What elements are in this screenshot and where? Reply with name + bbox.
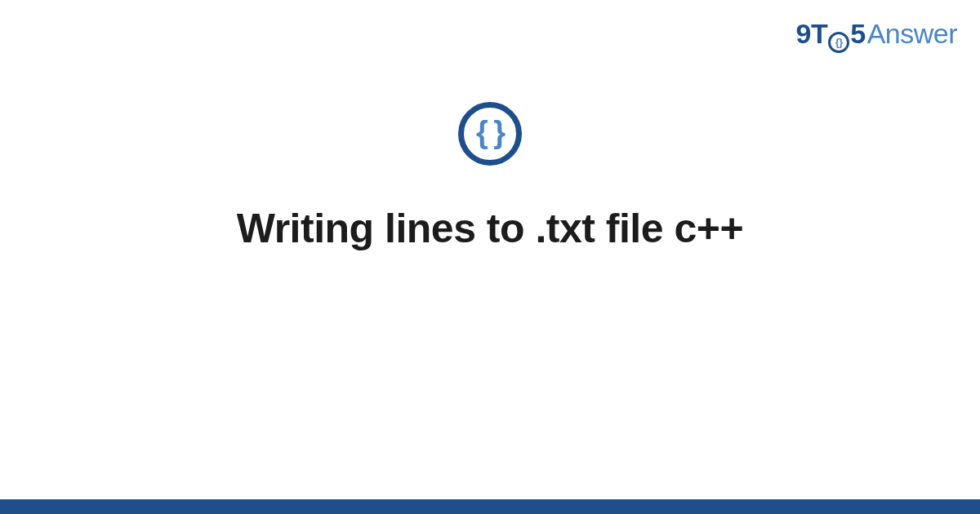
footer-bar <box>0 499 980 514</box>
brand-text-answer: Answer <box>867 18 957 50</box>
brand-text-5: 5 <box>850 18 865 50</box>
braces-symbol: { } <box>476 117 504 148</box>
brand-circle-icon: {} <box>828 32 849 53</box>
code-braces-icon: { } <box>458 102 522 166</box>
brand-circle-inner: {} <box>835 37 843 47</box>
brand-circle-wrap: {} <box>828 32 849 53</box>
brand-text-9t: 9T <box>796 18 828 50</box>
page-title: Writing lines to .txt file c++ <box>237 205 743 252</box>
main-content: { } Writing lines to .txt file c++ <box>0 102 980 252</box>
brand-logo: 9T {} 5 Answer <box>796 18 957 51</box>
